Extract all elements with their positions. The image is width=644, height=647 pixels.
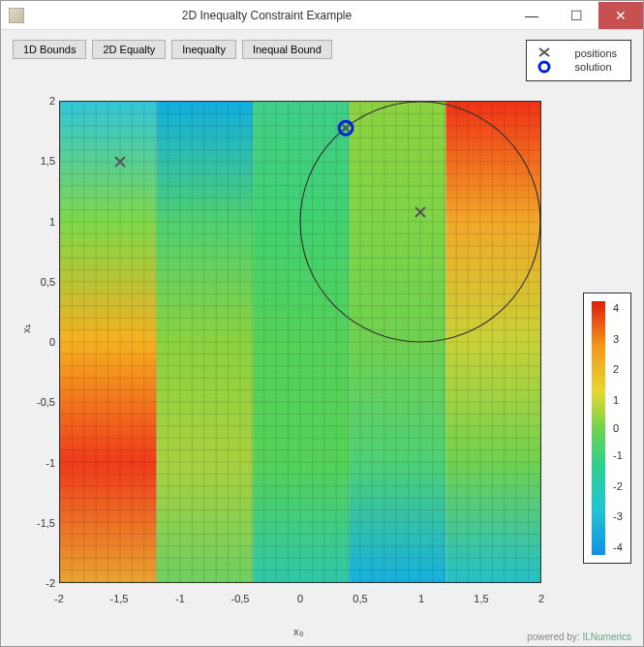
svg-point-2 [539, 62, 549, 72]
app-window: 2D Inequalty Constraint Example — ☐ ✕ 1D… [0, 0, 644, 647]
positions-marker-icon [537, 46, 552, 58]
minimize-button[interactable]: — [509, 2, 554, 29]
ytick: 2 [16, 95, 55, 107]
xtick: -0,5 [231, 593, 250, 604]
cb-tick: 4 [613, 302, 619, 314]
cb-tick: -1 [613, 449, 623, 461]
ytick: 1 [16, 216, 55, 228]
heatmap-svg [60, 102, 540, 582]
colorbar: 4 3 2 1 0 -1 -2 -3 -4 [583, 293, 631, 564]
grid [60, 102, 540, 582]
xtick: -1,5 [110, 593, 129, 604]
ytick: -2 [16, 577, 55, 589]
cb-tick: -4 [613, 541, 623, 553]
app-icon [9, 8, 24, 23]
legend: positions solution [526, 40, 631, 81]
svg-rect-97 [592, 301, 605, 555]
window-title: 2D Inequalty Constraint Example [24, 9, 509, 22]
ytick: 0,5 [16, 276, 55, 288]
legend-item-positions: positions [575, 46, 617, 60]
cb-tick: 1 [613, 394, 619, 406]
legend-labels: positions solution [575, 46, 617, 75]
ytick: 1,5 [16, 155, 55, 167]
titlebar: 2D Inequalty Constraint Example — ☐ ✕ [1, 1, 643, 30]
footer: powered by: ILNumerics [527, 632, 631, 642]
toolbar: 1D Bounds 2D Equalty Inequalty Inequal B… [1, 30, 643, 87]
cb-tick: 0 [613, 422, 619, 434]
cb-tick: -3 [613, 510, 623, 522]
cb-tick: 2 [613, 363, 619, 375]
xtick: -1 [175, 593, 185, 604]
cb-tick: -2 [613, 480, 623, 492]
window-controls: — ☐ ✕ [509, 2, 643, 29]
ytick: -1,5 [16, 517, 55, 529]
xtick: 1,5 [474, 593, 488, 604]
cb-tick: 3 [613, 333, 619, 345]
chart[interactable] [59, 101, 541, 583]
inequal-bound-button[interactable]: Inequal Bound [242, 40, 332, 59]
xtick: 0,5 [353, 593, 367, 604]
ytick: 0 [16, 336, 55, 348]
solution-marker-icon [537, 60, 552, 74]
close-button[interactable]: ✕ [598, 2, 643, 29]
y-axis-label: x₁ [20, 324, 33, 333]
bounds-1d-button[interactable]: 1D Bounds [13, 40, 86, 59]
colorbar-gradient [592, 301, 605, 555]
ytick: -0,5 [16, 396, 55, 408]
footer-brand-link[interactable]: ILNumerics [582, 632, 631, 642]
xtick: 0 [297, 593, 303, 604]
legend-item-solution: solution [575, 60, 617, 74]
ytick: -1 [16, 457, 55, 469]
plot-area: -2 -1,5 -1 -0,5 0 0,5 1 1,5 2 2 1,5 1 0,… [13, 91, 631, 634]
colorbar-ticks: 4 3 2 1 0 -1 -2 -3 -4 [609, 301, 625, 555]
xtick: 1 [418, 593, 424, 604]
legend-icons [537, 46, 552, 74]
x-axis-label: x₀ [293, 626, 303, 638]
inequality-button[interactable]: Inequalty [171, 40, 236, 59]
footer-prefix: powered by: [527, 632, 582, 642]
equality-2d-button[interactable]: 2D Equalty [92, 40, 166, 59]
maximize-button[interactable]: ☐ [554, 2, 598, 29]
xtick: 2 [538, 593, 544, 604]
xtick: -2 [54, 593, 64, 604]
